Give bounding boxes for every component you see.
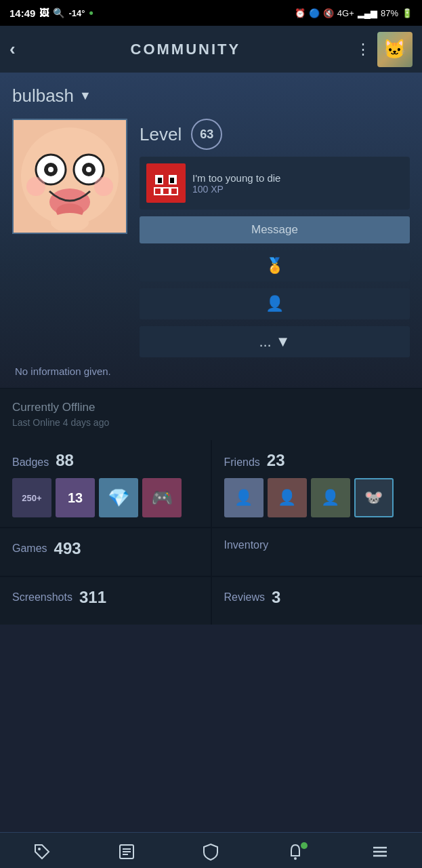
award-icon: 🏅 bbox=[266, 257, 284, 275]
badges-cell[interactable]: Badges 88 250+ 13 💎 🎮 bbox=[0, 440, 211, 527]
screenshots-label: Screenshots bbox=[12, 591, 72, 604]
profile-avatar bbox=[12, 119, 127, 234]
reviews-label: Reviews bbox=[224, 591, 265, 604]
friends-row: 👤 👤 👤 🐭 bbox=[224, 478, 410, 517]
temp-display: -14° bbox=[68, 8, 85, 18]
battery-label: 87% bbox=[381, 8, 398, 18]
menu-icon bbox=[371, 842, 389, 861]
last-online-text: Last Online 4 days ago bbox=[12, 417, 410, 428]
offline-status: Currently Offline bbox=[12, 401, 410, 414]
message-button[interactable]: Message bbox=[140, 216, 410, 243]
svg-rect-21 bbox=[163, 189, 169, 194]
person-icon: 👤 bbox=[266, 295, 284, 313]
mute-icon: 🔇 bbox=[323, 8, 334, 18]
search-icon: 🔍 bbox=[53, 7, 64, 18]
bottom-nav-bell[interactable] bbox=[286, 842, 305, 861]
bottom-nav bbox=[0, 832, 422, 868]
profile-view-button[interactable]: 👤 bbox=[140, 288, 410, 319]
ellipsis-label: ... ▼ bbox=[259, 333, 290, 351]
inventory-cell[interactable]: Inventory bbox=[212, 528, 423, 576]
games-count: 493 bbox=[54, 539, 81, 558]
dot-indicator: • bbox=[89, 6, 93, 20]
more-dropdown-button[interactable]: ... ▼ bbox=[140, 326, 410, 357]
username-dropdown-button[interactable]: ▼ bbox=[79, 89, 91, 103]
bottom-nav-tag[interactable] bbox=[33, 842, 51, 861]
page-title: COMMUNITY bbox=[131, 41, 241, 58]
svg-rect-20 bbox=[155, 189, 161, 194]
news-icon bbox=[117, 842, 136, 861]
badges-count: 88 bbox=[56, 451, 74, 470]
username-label: bulbash bbox=[12, 85, 74, 106]
reviews-header: Reviews 3 bbox=[224, 588, 410, 607]
reviews-count: 3 bbox=[272, 588, 280, 607]
game-badge-text: I'm too young to die 100 XP bbox=[192, 172, 280, 195]
top-nav: ‹ COMMUNITY ⋮ 🐱 bbox=[0, 26, 422, 73]
game-badge-name: I'm too young to die bbox=[192, 172, 280, 184]
svg-point-11 bbox=[94, 177, 113, 196]
bottom-nav-menu[interactable] bbox=[371, 842, 389, 861]
bottom-nav-news[interactable] bbox=[117, 842, 136, 861]
svg-point-23 bbox=[38, 848, 41, 850]
screenshots-count: 311 bbox=[79, 588, 106, 607]
badge-250: 250+ bbox=[12, 478, 51, 517]
signal-label: 4G+ bbox=[337, 8, 354, 18]
badges-header: Badges 88 bbox=[12, 451, 198, 470]
level-row: Level 63 bbox=[140, 119, 410, 150]
friends-label: Friends bbox=[224, 456, 260, 469]
svg-rect-17 bbox=[158, 178, 162, 183]
offline-section: Currently Offline Last Online 4 days ago bbox=[0, 388, 422, 440]
battery-icon: 🔋 bbox=[402, 8, 413, 18]
svg-point-10 bbox=[26, 177, 45, 196]
friends-header: Friends 23 bbox=[224, 451, 410, 470]
friends-count: 23 bbox=[267, 451, 285, 470]
screenshots-cell[interactable]: Screenshots 311 bbox=[0, 577, 211, 625]
shield-icon bbox=[201, 842, 220, 861]
svg-point-7 bbox=[86, 167, 91, 172]
badge-steam2022: 🎮 bbox=[142, 478, 182, 517]
tag-icon bbox=[33, 842, 51, 861]
screenshots-header: Screenshots 311 bbox=[12, 588, 198, 607]
profile-info: Level 63 bbox=[140, 119, 410, 357]
friends-cell[interactable]: Friends 23 👤 👤 👤 🐭 bbox=[212, 440, 423, 527]
badges-label: Badges bbox=[12, 456, 49, 469]
game-badge-box: I'm too young to die 100 XP bbox=[140, 157, 410, 210]
game-badge-xp: 100 XP bbox=[192, 184, 280, 195]
profile-section: bulbash ▼ bbox=[0, 73, 422, 388]
badges-row: 250+ 13 💎 🎮 bbox=[12, 478, 198, 517]
bottom-nav-shield[interactable] bbox=[201, 842, 220, 861]
username-row: bulbash ▼ bbox=[12, 85, 410, 106]
games-cell[interactable]: Games 493 bbox=[0, 528, 211, 576]
status-bar: 14:49 🖼 🔍 -14° • ⏰ 🔵 🔇 4G+ ▂▄▆ 87% 🔋 bbox=[0, 0, 422, 26]
inventory-label: Inventory bbox=[224, 539, 269, 551]
time-display: 14:49 bbox=[9, 7, 35, 19]
badge-diamond: 💎 bbox=[99, 478, 138, 517]
cat-avatar-image: 🐱 bbox=[377, 32, 413, 67]
friend-thumb-1: 👤 bbox=[224, 478, 263, 517]
friend-thumb-3: 👤 bbox=[311, 478, 350, 517]
level-label: Level bbox=[140, 124, 182, 145]
level-badge: 63 bbox=[191, 119, 222, 150]
award-button[interactable]: 🏅 bbox=[140, 250, 410, 281]
svg-point-6 bbox=[48, 167, 54, 172]
reviews-cell[interactable]: Reviews 3 bbox=[212, 577, 423, 625]
svg-point-29 bbox=[294, 857, 297, 860]
games-label: Games bbox=[12, 542, 47, 555]
badge-13: 13 bbox=[56, 478, 95, 517]
notification-dot bbox=[301, 842, 308, 849]
user-avatar-thumbnail[interactable]: 🐱 bbox=[377, 32, 413, 67]
svg-rect-22 bbox=[171, 189, 177, 194]
profile-main: Level 63 bbox=[12, 119, 410, 357]
avatar-svg bbox=[16, 122, 124, 231]
stats-grid: Badges 88 250+ 13 💎 🎮 Friends 23 bbox=[0, 440, 422, 625]
signal-bars: ▂▄▆ bbox=[358, 8, 377, 18]
no-info-text: No information given. bbox=[12, 366, 410, 377]
more-options-button[interactable]: ⋮ bbox=[356, 41, 371, 58]
game-badge-image bbox=[146, 163, 186, 203]
alarm-icon: ⏰ bbox=[295, 8, 305, 18]
inventory-header: Inventory bbox=[224, 539, 410, 551]
svg-rect-18 bbox=[170, 178, 174, 183]
friend-thumb-2: 👤 bbox=[268, 478, 307, 517]
photo-icon: 🖼 bbox=[39, 7, 49, 18]
top-nav-actions: ⋮ 🐱 bbox=[356, 32, 413, 67]
back-button[interactable]: ‹ bbox=[9, 39, 16, 60]
